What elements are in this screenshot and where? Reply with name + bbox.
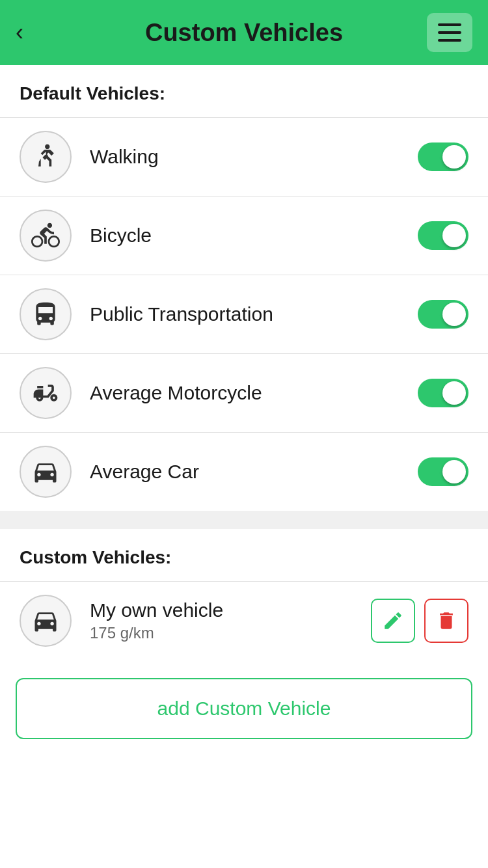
- toggle-bicycle[interactable]: [418, 221, 468, 250]
- public-transport-icon-circle: [20, 288, 72, 340]
- menu-line-1: [438, 23, 461, 26]
- motorcycle-icon: [31, 379, 60, 407]
- vehicle-row-car: Average Car: [0, 432, 488, 511]
- custom-vehicle-name: My own vehicle: [90, 599, 371, 621]
- custom-vehicle-info: My own vehicle 175 g/km: [90, 599, 371, 642]
- vehicle-name-car: Average Car: [90, 461, 418, 483]
- custom-vehicle-emission: 175 g/km: [90, 624, 371, 642]
- toggle-car[interactable]: [418, 457, 468, 486]
- vehicle-row-walking: Walking: [0, 117, 488, 196]
- edit-vehicle-button[interactable]: [371, 599, 415, 643]
- page-title: Custom Vehicles: [145, 19, 343, 47]
- walking-icon-circle: [20, 131, 72, 183]
- toggle-walking[interactable]: [418, 142, 468, 171]
- header: ‹ Custom Vehicles: [0, 0, 488, 65]
- delete-icon: [435, 610, 457, 632]
- custom-vehicle-actions: [371, 599, 468, 643]
- toggle-public-transport[interactable]: [418, 300, 468, 329]
- vehicle-name-public-transport: Public Transportation: [90, 303, 418, 325]
- custom-vehicle-row-my-vehicle: My own vehicle 175 g/km: [0, 581, 488, 660]
- public-transport-icon: [31, 300, 60, 329]
- toggle-public-transport-thumb: [442, 303, 466, 326]
- default-vehicles-label: Default Vehicles:: [0, 65, 488, 117]
- back-button[interactable]: ‹: [16, 19, 23, 46]
- car-icon-circle: [20, 446, 72, 498]
- vehicle-name-bicycle: Bicycle: [90, 224, 418, 247]
- delete-vehicle-button[interactable]: [424, 599, 468, 643]
- vehicle-row-motorcycle: Average Motorcycle: [0, 353, 488, 432]
- toggle-bicycle-track: [418, 221, 468, 250]
- edit-icon: [382, 610, 404, 632]
- vehicle-row-public-transport: Public Transportation: [0, 275, 488, 353]
- toggle-motorcycle[interactable]: [418, 379, 468, 407]
- motorcycle-icon-circle: [20, 367, 72, 419]
- toggle-walking-thumb: [442, 145, 466, 169]
- menu-button[interactable]: [427, 13, 472, 52]
- menu-line-3: [438, 39, 461, 42]
- custom-car-icon: [31, 606, 60, 635]
- car-icon: [31, 457, 60, 486]
- section-spacer: [0, 511, 488, 529]
- toggle-walking-track: [418, 142, 468, 171]
- toggle-bicycle-thumb: [442, 224, 466, 247]
- vehicle-name-motorcycle: Average Motorcycle: [90, 382, 418, 404]
- toggle-car-thumb: [442, 460, 466, 483]
- toggle-motorcycle-track: [418, 379, 468, 407]
- custom-vehicles-label: Custom Vehicles:: [0, 529, 488, 581]
- bicycle-icon: [31, 221, 60, 250]
- toggle-public-transport-track: [418, 300, 468, 329]
- custom-car-icon-circle: [20, 595, 72, 647]
- bicycle-icon-circle: [20, 210, 72, 262]
- toggle-car-track: [418, 457, 468, 486]
- menu-line-2: [438, 31, 461, 34]
- vehicle-row-bicycle: Bicycle: [0, 196, 488, 275]
- toggle-motorcycle-thumb: [442, 381, 466, 405]
- walking-icon: [31, 142, 60, 171]
- add-custom-vehicle-button[interactable]: add Custom Vehicle: [16, 678, 472, 739]
- vehicle-name-walking: Walking: [90, 146, 418, 168]
